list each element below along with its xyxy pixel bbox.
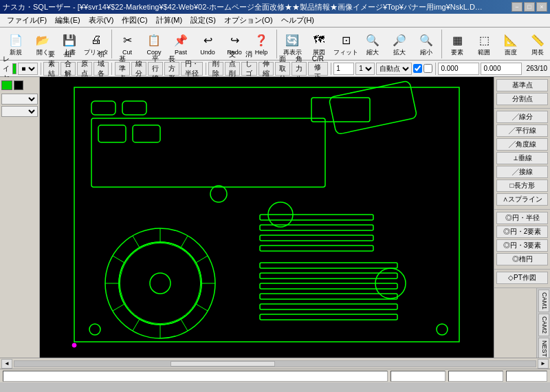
map-icon: 🗺 (311, 32, 327, 48)
status-info (506, 371, 547, 382)
scroll-left-button[interactable]: ◄ (1, 359, 12, 369)
help-icon: ❓ (253, 32, 270, 48)
extend-button[interactable]: 伸縮 (258, 62, 274, 76)
right-tab-strip: CAM1 CAM2 NEST GAM機 面取り 継続 (536, 288, 550, 358)
right-section-circles: ◎円・半径 ◎円・2要素 ◎円・3要素 ◎楕円 (494, 209, 550, 269)
layer-bg-dropdown[interactable]: ■ (18, 63, 38, 75)
tab-cam2[interactable]: CAM2 (538, 314, 549, 336)
horizontal-scrollbar[interactable]: ◄ ► (0, 358, 550, 369)
menu-file[interactable]: ファイル(F) (3, 14, 51, 27)
print-button[interactable]: 🖨 プリンタ (83, 30, 109, 58)
range-button[interactable]: ⬚ 範囲 (471, 30, 497, 58)
delete2-button[interactable]: 削除 (208, 62, 223, 76)
chamfer-button[interactable]: 面取り (275, 62, 290, 76)
parallel-button[interactable]: 平行線 (148, 62, 163, 76)
angle-icon: 📐 (503, 32, 519, 48)
layer-select[interactable] (1, 94, 38, 105)
view-tools: 🔄 再表示 🗺 展図 ⊡ フィット 🔍 縮大 🔎 拡大 🔍 縮小 (279, 30, 442, 58)
div-point-button[interactable]: 分割点 (496, 93, 548, 105)
menu-draw[interactable]: 作図(C) (118, 14, 151, 27)
r-rect-button[interactable]: □長方形 (496, 179, 548, 192)
scroll-right-button[interactable]: ► (538, 359, 549, 369)
r-line-button[interactable]: ╱線分 (496, 111, 548, 123)
menu-bar: ファイル(F) 編集(E) 表示(V) 作図(C) 計算(M) 設定(S) オプ… (0, 14, 550, 28)
layer-select2[interactable] (1, 106, 38, 117)
title-bar-text: ナスカ・SQLーザー - [¥¥svr14¥$22-Marketing¥$42-… (3, 2, 484, 12)
basepoint-button[interactable]: 基準点 (115, 62, 130, 76)
undo-button[interactable]: ↩ Undo (195, 30, 221, 58)
tab-cam1[interactable]: CAM1 (538, 290, 549, 312)
r-ellipse-button[interactable]: ◎楕円 (496, 253, 548, 265)
coord-x-input[interactable] (438, 63, 479, 75)
split-button[interactable]: 組合解除 (60, 62, 76, 76)
close-button[interactable]: × (536, 2, 547, 12)
menu-calc[interactable]: 計算(M) (152, 14, 187, 27)
r-vertical-button[interactable]: ⊥垂線 (496, 152, 548, 164)
r-circle-2-button[interactable]: ◎円・2要素 (496, 226, 548, 238)
r-pt-button[interactable]: ◇PT作図 (496, 272, 548, 284)
tab-nest[interactable]: NEST (538, 338, 549, 358)
layer-color-swatch (12, 63, 16, 74)
region-move-button[interactable]: 領域各動 (94, 62, 109, 76)
menu-help[interactable]: ヘルプ(H) (277, 14, 318, 27)
combine-button[interactable]: 要素結合 (43, 62, 58, 76)
angle-button[interactable]: 📐 面度 (498, 30, 524, 58)
corner-button[interactable]: 角力ル (292, 62, 307, 76)
range-icon: ⬚ (476, 32, 492, 48)
zoom-out-label: 縮小 (420, 50, 432, 56)
check2[interactable] (424, 64, 432, 73)
r-circle-r-button[interactable]: ◎円・半径 (496, 212, 548, 224)
r-tangent-button[interactable]: ╱接線 (496, 166, 548, 178)
canvas-area[interactable] (40, 77, 494, 358)
check1[interactable] (413, 64, 422, 73)
menu-settings[interactable]: 設定(S) (186, 14, 220, 27)
zoom-shrink-label: 縮大 (366, 50, 379, 56)
element-button[interactable]: ▦ 要素 (444, 30, 470, 58)
erase-button[interactable]: 消しゴム (241, 62, 256, 76)
redo-icon: ↪ (226, 32, 243, 48)
new-icon: 📄 (8, 32, 24, 48)
perimeter-button[interactable]: 📏 周長 (525, 30, 550, 58)
minimize-button[interactable]: − (512, 2, 522, 12)
circle-button[interactable]: 円・半径 (181, 62, 203, 76)
range-label: 範囲 (478, 50, 490, 56)
rect-button[interactable]: 長方形 (164, 62, 179, 76)
redraw-icon: 🔄 (284, 32, 300, 48)
r-parallel-button[interactable]: ╱平行線 (496, 124, 548, 137)
zoom-out-button[interactable]: 🔍 縮小 (413, 30, 439, 58)
cut-button[interactable]: ✂ Cut (114, 30, 140, 58)
r-spline-button[interactable]: ∧スプライン (496, 193, 548, 206)
svg-rect-0 (54, 77, 480, 358)
base-point-button[interactable]: 基準点 (496, 79, 548, 91)
input1[interactable] (333, 63, 354, 75)
menu-options[interactable]: オプション(O) (220, 14, 277, 27)
origin-button[interactable]: 原点 (77, 62, 92, 76)
zoom-in-button[interactable]: 🔎 拡大 (386, 30, 412, 58)
zoom-shrink-button[interactable]: 🔍 縮大 (360, 30, 386, 58)
right-tools-col (494, 288, 536, 358)
scroll-thumb[interactable] (170, 361, 275, 367)
cad-drawing (40, 77, 494, 358)
number-dropdown[interactable]: 1 (355, 63, 375, 75)
r-circle-3-button[interactable]: ◎円・3要素 (496, 239, 548, 252)
intersect-del-button[interactable]: 交点削除 (225, 62, 240, 76)
map-button[interactable]: 🗺 展図 (306, 30, 332, 58)
save-icon: 💾 (61, 32, 78, 48)
auto-point-dropdown[interactable]: 自動点 (376, 63, 412, 75)
copy-icon: 📋 (146, 32, 162, 48)
fit-button[interactable]: ⊡ フィット (333, 30, 359, 58)
layer-row (1, 78, 38, 92)
menu-view[interactable]: 表示(V) (85, 14, 118, 27)
r-angle-button[interactable]: ╱角度線 (496, 138, 548, 151)
coord-y-input[interactable] (481, 63, 522, 75)
maximize-button[interactable]: □ (524, 2, 535, 12)
scroll-track[interactable] (14, 360, 536, 367)
title-bar-buttons: − □ × (512, 2, 547, 12)
line-button[interactable]: 線分 (131, 62, 146, 76)
cr-modify-button[interactable]: C/R修正 (308, 62, 328, 76)
print-label: プリンタ (84, 50, 109, 56)
zoom-in-label: 拡大 (393, 50, 406, 56)
open-label: 開く (36, 50, 49, 56)
menu-edit[interactable]: 編集(E) (51, 14, 85, 27)
open-icon: 📂 (34, 32, 51, 48)
